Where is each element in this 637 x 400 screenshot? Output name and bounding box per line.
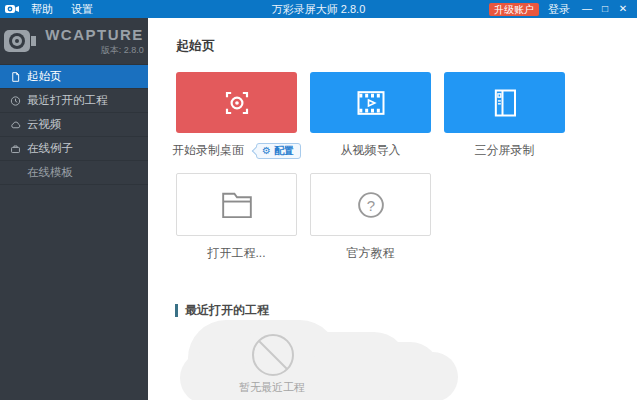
version-label: 版本: 2.8.0 <box>101 44 144 57</box>
sidebar-item-recent-projects[interactable]: 最近打开的工程 <box>0 89 148 113</box>
recent-projects-section-header: 最近打开的工程 <box>175 302 269 319</box>
wcapture-logo-icon <box>4 27 37 55</box>
gear-icon: ⚙ <box>262 145 271 157</box>
tile-label-split: 三分屏录制 <box>475 142 535 159</box>
official-tutorial-button[interactable]: ? <box>310 173 431 236</box>
minimize-button[interactable]: — <box>579 0 595 18</box>
app-logo: WCAPTURE 版本: 2.8.0 <box>0 18 148 64</box>
tile-label-import: 从视频导入 <box>341 142 401 159</box>
section-title: 最近打开的工程 <box>185 302 269 319</box>
config-button[interactable]: ⚙ 配置 <box>256 143 301 159</box>
sidebar-item-label: 最近打开的工程 <box>27 93 108 108</box>
import-video-group: 从视频导入 <box>310 72 431 159</box>
sidebar-item-online-templates[interactable]: 在线模板 <box>0 161 148 185</box>
empty-state-text: 暂无最近工程 <box>180 380 364 395</box>
menu-settings[interactable]: 设置 <box>64 0 100 18</box>
page-title: 起始页 <box>176 37 215 55</box>
open-project-group: 打开工程... <box>176 173 297 262</box>
close-button[interactable]: ✕ <box>615 0 631 18</box>
open-project-button[interactable] <box>176 173 297 236</box>
main-content: 起始页 开始录制桌面 ⚙ 配置 <box>148 18 637 400</box>
split-screen-icon <box>485 83 525 123</box>
menu-help[interactable]: 帮助 <box>24 0 60 18</box>
brand-name: WCAPTURE <box>45 26 144 43</box>
empty-blob <box>380 352 458 400</box>
titlebar: 帮助 设置 万彩录屏大师 2.8.0 升级账户 登录 — □ ✕ <box>0 0 637 18</box>
split-screen-group: 三分屏录制 <box>444 72 565 159</box>
sidebar-item-label: 起始页 <box>27 69 62 84</box>
sidebar-item-start-page[interactable]: 起始页 <box>0 65 148 89</box>
login-link[interactable]: 登录 <box>541 2 577 17</box>
primary-tile-row: 开始录制桌面 ⚙ 配置 <box>176 72 565 159</box>
record-icon <box>217 83 257 123</box>
maximize-button[interactable]: □ <box>597 0 613 18</box>
import-video-button[interactable] <box>310 72 431 133</box>
split-screen-record-button[interactable] <box>444 72 565 133</box>
config-arrow <box>252 146 260 154</box>
question-icon: ? <box>352 186 390 224</box>
tile-label-tutorial: 官方教程 <box>347 245 395 262</box>
sidebar-item-label: 在线例子 <box>27 141 73 156</box>
secondary-tile-row: 打开工程... ? 官方教程 <box>176 173 431 262</box>
folder-icon <box>216 186 258 224</box>
sidebar-item-cloud-video[interactable]: 云视频 <box>0 113 148 137</box>
tile-label-open: 打开工程... <box>207 245 265 262</box>
start-recording-button[interactable] <box>176 72 297 133</box>
sidebar-nav: 起始页 最近打开的工程 云视频 在线例子 <box>0 64 148 185</box>
sidebar: WCAPTURE 版本: 2.8.0 起始页 最近打开的工程 <box>0 18 148 400</box>
cloud-icon <box>10 119 21 131</box>
prohibition-icon <box>250 332 296 378</box>
svg-text:?: ? <box>366 196 374 213</box>
upgrade-account-button[interactable]: 升级账户 <box>489 3 539 16</box>
section-marker <box>175 304 178 317</box>
tutorial-group: ? 官方教程 <box>310 173 431 262</box>
sidebar-item-label: 在线模板 <box>27 165 73 180</box>
record-desktop-group: 开始录制桌面 ⚙ 配置 <box>176 72 297 159</box>
sidebar-item-online-examples[interactable]: 在线例子 <box>0 137 148 161</box>
video-camera-icon <box>4 3 20 15</box>
film-import-icon <box>351 83 391 123</box>
briefcase-icon <box>10 143 21 155</box>
clock-icon <box>10 95 21 107</box>
app-window: 帮助 设置 万彩录屏大师 2.8.0 升级账户 登录 — □ ✕ WCAPTUR… <box>0 0 637 400</box>
recent-projects-empty-state: 暂无最近工程 <box>180 318 460 400</box>
sidebar-item-label: 云视频 <box>27 117 62 132</box>
tile-label-record: 开始录制桌面 ⚙ 配置 <box>172 142 301 159</box>
page-icon <box>10 71 21 83</box>
